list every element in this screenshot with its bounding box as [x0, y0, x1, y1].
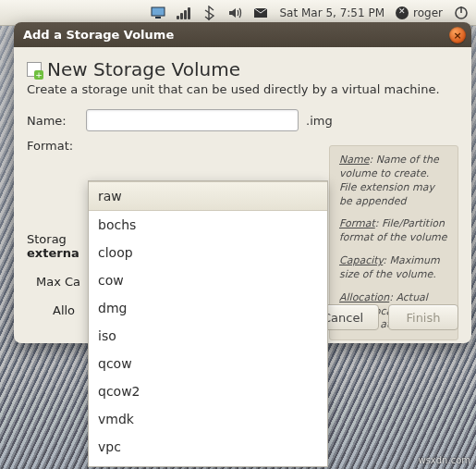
- svg-rect-0: [152, 7, 165, 16]
- dialog-subheading: Create a storage unit that can be used d…: [27, 82, 458, 96]
- finish-button-label: Finish: [406, 311, 440, 325]
- dialog-button-row: Cancel Finish: [307, 304, 458, 330]
- format-option-iso[interactable]: iso: [89, 322, 327, 350]
- storage-pool-name: externa: [27, 246, 80, 260]
- help-capacity-key: Capacity: [339, 254, 383, 266]
- clock-text[interactable]: Sat Mar 5, 7:51 PM: [279, 6, 384, 19]
- format-option-raw[interactable]: raw: [89, 181, 327, 211]
- power-icon[interactable]: [454, 6, 469, 20]
- bluetooth-icon[interactable]: [201, 6, 216, 20]
- heading-text: New Storage Volume: [47, 58, 240, 80]
- allocation-label: Allo: [53, 303, 80, 317]
- help-name-key: Name: [339, 154, 369, 166]
- watermark: wsxdn.com: [418, 455, 470, 465]
- format-option-vmdk[interactable]: vmdk: [89, 405, 327, 433]
- storage-section-heading: Storag: [27, 232, 80, 246]
- format-option-dmg[interactable]: dmg: [89, 294, 327, 322]
- format-option-cloop[interactable]: cloop: [89, 239, 327, 266]
- close-button[interactable]: ×: [449, 27, 466, 43]
- new-volume-icon: [27, 62, 42, 77]
- name-input[interactable]: [86, 109, 299, 131]
- display-icon[interactable]: [151, 6, 165, 20]
- format-dropdown[interactable]: raw bochs cloop cow dmg iso qcow qcow2 v…: [88, 180, 328, 467]
- lower-section: Storag externa Max Ca Allo: [27, 232, 80, 317]
- mail-icon[interactable]: [253, 6, 268, 20]
- name-row: Name: .img: [27, 109, 458, 131]
- svg-rect-1: [155, 17, 161, 19]
- dialog-titlebar[interactable]: Add a Storage Volume ×: [14, 22, 471, 47]
- volume-icon[interactable]: [227, 6, 242, 20]
- dialog-title: Add a Storage Volume: [23, 28, 174, 42]
- cancel-button-label: Cancel: [323, 311, 363, 325]
- avatar-icon: [396, 6, 409, 19]
- help-format-key: Format: [339, 217, 375, 229]
- name-suffix: .img: [306, 114, 333, 128]
- user-menu[interactable]: roger: [396, 6, 443, 19]
- max-capacity-label: Max Ca: [36, 275, 80, 289]
- add-storage-volume-dialog: Add a Storage Volume × New Storage Volum…: [14, 22, 471, 343]
- name-label: Name:: [27, 114, 80, 128]
- finish-button[interactable]: Finish: [388, 304, 458, 330]
- format-option-qcow[interactable]: qcow: [89, 350, 327, 377]
- format-label: Format:: [27, 139, 80, 153]
- username-label: roger: [413, 6, 443, 19]
- format-option-vpc[interactable]: vpc: [89, 433, 327, 461]
- format-option-bochs[interactable]: bochs: [89, 211, 327, 239]
- format-option-qcow2[interactable]: qcow2: [89, 377, 327, 405]
- dialog-heading: New Storage Volume: [27, 58, 458, 80]
- help-allocation-key: Allocation: [339, 291, 389, 303]
- format-option-cow[interactable]: cow: [89, 266, 327, 294]
- wifi-icon[interactable]: [177, 6, 190, 19]
